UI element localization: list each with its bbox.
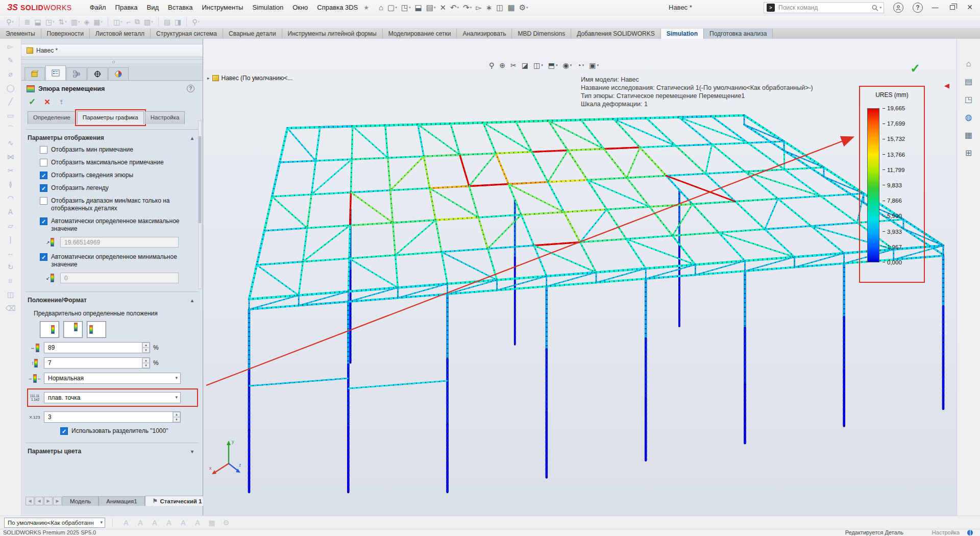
ribbon-tab-0[interactable]: Элементы	[0, 29, 41, 39]
appearance-icon[interactable]: ◔▾	[577, 61, 584, 69]
restore-button[interactable]	[945, 1, 960, 13]
undo-icon[interactable]: ↶▾	[449, 2, 460, 13]
hatch-icon[interactable]: ▦	[206, 519, 218, 527]
layers-icon[interactable]: ◈	[82, 17, 92, 27]
design-library-icon[interactable]: ▤	[965, 77, 972, 86]
panel-splitter[interactable]	[21, 59, 203, 64]
tab-dimxpert-manager[interactable]	[87, 67, 108, 80]
show-plot-details-checkbox[interactable]	[40, 172, 47, 179]
mirror-entities-icon[interactable]: ⋈	[7, 153, 14, 160]
compare-icon[interactable]: ⧉	[133, 16, 142, 27]
panel-scrollbar[interactable]	[198, 120, 202, 289]
prev-tab-icon[interactable]: ◀	[35, 497, 43, 505]
graphics-viewport[interactable]: ▸ Навес (По умолчанию<... ⚲⊕✂◪◫▾⬒▾◉▾◔▾▣▾…	[203, 39, 957, 516]
spinner-buttons[interactable]: ▲▼	[142, 343, 150, 353]
ribbon-tab-9[interactable]: Добавления SOLIDWORKS	[571, 29, 661, 39]
menu-item-7[interactable]: Справка 3DS	[312, 1, 362, 14]
plane-icon[interactable]: ▱	[8, 222, 13, 229]
cancel-button[interactable]: ✕	[44, 98, 51, 107]
max-value-field[interactable]: 19.66514969	[60, 237, 179, 248]
min-value-field[interactable]: 0	[60, 273, 179, 283]
flatten-icon[interactable]: ⌐	[125, 17, 133, 27]
ribbon-tab-7[interactable]: Анализировать	[457, 29, 512, 39]
preset-position-top-right-button[interactable]	[63, 321, 83, 338]
document-tab-2[interactable]: ⚑Статический 1	[145, 496, 210, 506]
design-checker-icon[interactable]: ≣	[22, 17, 33, 27]
command-search[interactable]: > ▾	[764, 2, 884, 13]
tab-display-manager[interactable]	[108, 67, 129, 80]
smart-dimension-icon[interactable]: ⌀	[8, 70, 12, 78]
pin-menu-icon[interactable]: ★	[363, 4, 369, 11]
zoom-fit-icon[interactable]: ⚲	[489, 61, 494, 69]
display-options-section-header[interactable]: Параметры отображения ▴	[21, 130, 203, 143]
appearances-icon[interactable]: ◍	[965, 112, 972, 122]
measure-icon[interactable]: ⌗	[9, 277, 13, 284]
axis-icon[interactable]: ∣	[9, 236, 12, 243]
report-icon[interactable]: ▤	[162, 17, 173, 27]
table-columns-icon[interactable]: ◫	[495, 2, 505, 13]
auto-max-value-checkbox[interactable]	[40, 217, 47, 225]
menu-item-5[interactable]: Simulation	[248, 1, 288, 14]
first-tab-icon[interactable]: ◀	[26, 497, 34, 505]
reload-icon[interactable]: ⬓	[33, 17, 43, 27]
new-document-icon[interactable]: ▢▾	[386, 2, 399, 13]
show-min-annotation-row[interactable]: Отобразить мин примечание	[21, 143, 203, 156]
show-max-annotation-row[interactable]: Отобразить максимальное примечание	[21, 156, 203, 169]
bolt-icon[interactable]: ▥▾	[69, 17, 82, 27]
arc-icon[interactable]: ⌒	[7, 126, 14, 133]
spinner-buttons[interactable]: ▲▼	[142, 358, 150, 368]
document-tab-1[interactable]: Анимация1	[99, 496, 144, 506]
file-explorer-icon[interactable]: ◳	[965, 94, 972, 104]
export-icon[interactable]: ◳▾	[43, 17, 57, 27]
tab-chart-options[interactable]: Параметры графика	[77, 111, 144, 124]
trim-icon[interactable]: ✂	[8, 167, 14, 174]
show-legend-checkbox[interactable]	[40, 184, 47, 192]
redo-icon[interactable]: ↷▾	[461, 2, 473, 13]
user-avatar[interactable]	[893, 3, 903, 13]
preset-position-left-button[interactable]	[87, 321, 106, 338]
print-icon[interactable]: ▤▾	[425, 2, 437, 13]
menu-item-0[interactable]: Файл	[85, 1, 111, 14]
show-max-annotation-checkbox[interactable]	[40, 159, 47, 166]
number-format-dropdown[interactable]: плав. точка	[44, 392, 181, 403]
options-gear-icon[interactable]: ⚙▾	[518, 2, 530, 13]
menu-item-1[interactable]: Правка	[111, 1, 142, 14]
last-tab-icon[interactable]: ▶	[53, 497, 62, 505]
spinner-buttons[interactable]: ▲▼	[173, 412, 180, 422]
close-button[interactable]: ✕	[963, 1, 977, 13]
decimal-places-input[interactable]: 3 ▲▼	[44, 411, 181, 423]
home-icon[interactable]: ⌂	[377, 2, 385, 13]
document-tab-0[interactable]: Модель	[62, 496, 99, 506]
rectangle-icon[interactable]: ▭	[7, 112, 14, 119]
section-view-icon[interactable]: ✂	[510, 61, 517, 69]
minimize-button[interactable]: —	[928, 1, 942, 13]
show-legend-row[interactable]: Отобразить легенду	[21, 182, 203, 194]
ribbon-tab-8[interactable]: MBD Dimensions	[512, 29, 571, 39]
ribbon-tab-11[interactable]: Подготовка анализа	[704, 29, 773, 39]
scrollbar-thumb[interactable]	[199, 136, 201, 223]
temperature-icon[interactable]: ⇅▾	[57, 17, 69, 27]
ribbon-tab-4[interactable]: Сварные детали	[223, 29, 282, 39]
custom-properties-icon[interactable]: ⊞	[965, 148, 972, 158]
ribbon-tab-10[interactable]: Simulation	[661, 29, 704, 39]
tab-property-manager[interactable]	[45, 65, 66, 80]
show-minmax-range-checkbox[interactable]	[40, 197, 47, 205]
menu-item-6[interactable]: Окно	[288, 1, 312, 14]
web-globe-icon[interactable]	[967, 530, 973, 535]
use-thousand-separator-checkbox[interactable]	[60, 427, 68, 435]
section-icon[interactable]: ◫	[7, 291, 14, 298]
tab-definition[interactable]: Определение	[28, 111, 76, 124]
grid-icon[interactable]: ▦	[506, 2, 516, 13]
preview-icon[interactable]: ◨	[173, 17, 183, 27]
task-pane-collapse-icon[interactable]: ◀	[944, 82, 949, 89]
auto-min-value-checkbox[interactable]	[40, 253, 47, 261]
mirror-icon[interactable]: ◫▾	[111, 17, 125, 27]
ribbon-tab-5[interactable]: Инструменты литейной формы	[282, 29, 383, 39]
ribbon-tab-3[interactable]: Структурная система	[151, 29, 223, 39]
expand-tree-icon[interactable]: ▸	[207, 76, 210, 81]
menu-item-4[interactable]: Инструменты	[197, 1, 248, 14]
datum-feature-icon[interactable]: A	[191, 519, 204, 527]
vertical-position-input[interactable]: 7 ▲▼	[44, 357, 150, 369]
next-tab-icon[interactable]: ▶	[44, 497, 53, 505]
sketch-icon[interactable]: ✎	[8, 57, 14, 64]
